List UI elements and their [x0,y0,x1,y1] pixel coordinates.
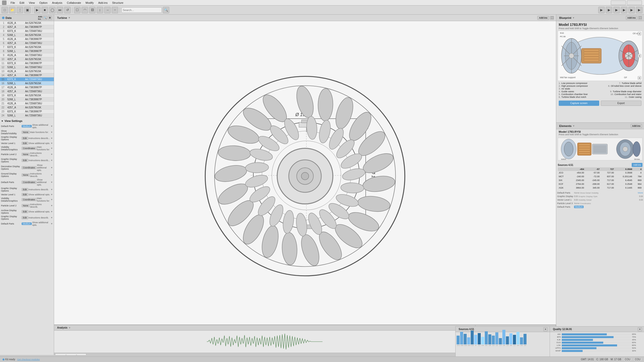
sources-bottom-addbtn[interactable]: + [543,327,548,331]
table-row[interactable]: 11 6373_K Art.73839907P [0,61,54,65]
vs-edit[interactable]: None [22,173,30,176]
tab-close-btn[interactable]: × [83,354,84,355]
turbine-add-ins[interactable]: Add-ins [537,16,549,20]
bar-fill [457,336,460,344]
vs-edit[interactable]: Edit [22,188,28,191]
toolbar-right-4[interactable]: ▶ [621,7,627,13]
table-row[interactable]: 7 6373_K Art.52679GSK [0,45,54,49]
bar-label: 1.8 [506,345,508,346]
bp-add-ins[interactable]: Add-ins [626,16,637,20]
table-row[interactable]: 20 5268_L Art.73839907P [0,98,54,102]
bp-capture-btn[interactable]: Capture screen [559,101,599,106]
cursor-btn[interactable]: ↺ [64,7,71,13]
menu-option[interactable]: Option [37,1,49,5]
window-control-min[interactable] [611,1,626,5]
table-row[interactable]: 3 6373_K Art.72568736U [0,29,54,33]
vs-edit[interactable]: None [22,131,30,134]
stop-btn[interactable]: ■ [42,7,48,13]
table-row[interactable]: 12 5268_L Art.72568736U [0,65,54,69]
search-icon-btn[interactable]: 🔍 [163,7,169,13]
bar-fill [474,335,477,344]
table-row[interactable]: 14 4257_A Art.73839907P [0,73,54,77]
table-row[interactable]: 1 4126_A Art.52679GSK [0,21,54,25]
arrow-btn[interactable]: → [104,7,111,13]
menu-edit[interactable]: Edit [18,1,26,5]
bp-export-btn[interactable]: Export [601,101,642,106]
table-row[interactable]: 10 4257_A Art.52679GSK [0,57,54,61]
tab-file[interactable]: ● test_clientcontroller.ps × [55,353,86,355]
select-btn[interactable]: ☐ [74,7,80,13]
row-col1: 4126_A [6,37,24,41]
record-btn[interactable]: ◯ [49,7,56,13]
quality-add-btn[interactable]: + [638,327,642,331]
vs-edit[interactable]: Edit [22,137,28,140]
menu-modify[interactable]: Modify [84,1,96,5]
window-control-max[interactable] [627,1,642,5]
menu-file[interactable]: File [9,1,17,5]
vs-edit[interactable]: Coordinates [22,166,36,169]
vs-edit[interactable]: Edit [22,216,28,219]
toolbar-right-5[interactable]: ▶ [628,7,635,13]
bp-zoom-bot[interactable]: + [638,76,641,80]
table-row[interactable]: 23 6373_K Art.73839907P [0,110,54,114]
vs-edit[interactable]: Coordinates [22,198,36,201]
scale-btn[interactable]: ↕ [97,7,103,13]
turbine-expand[interactable]: ⛶ [550,16,554,20]
new-btn[interactable]: □ [2,7,8,13]
table-row[interactable]: 19 6373_K Art.52679GSK [0,94,54,98]
vs-edit[interactable]: Edit [22,210,28,213]
toolbar-right-1[interactable]: ▶ [598,7,605,13]
table-row[interactable]: 4 5268_L Art.52679GSK [0,33,54,37]
table-row[interactable]: 5 4126_A Art.73839907P [0,37,54,41]
table-row[interactable]: 17 4126_A Art.73839907P [0,85,54,89]
toolbar-right-2[interactable]: ▶ [606,7,612,13]
search-panel-btn[interactable]: 🔍 [43,16,47,20]
menu-structure[interactable]: Structure [110,1,126,5]
table-row[interactable]: 2 4257_A Art.73839907P [0,25,54,29]
settings-panel-btn[interactable]: ⚙ [48,16,52,20]
sources-add-ins[interactable]: Add-ins [632,163,642,167]
view-settings-header[interactable]: ▼ View Settings [1,119,53,123]
table-row[interactable]: 24 5268_L Art.72568736U [0,114,54,118]
vs-edit[interactable]: Edit [22,142,28,145]
data-panel-header: Data Add-ins 🔍 ⚙ [0,15,54,21]
minus-btn[interactable]: − [112,7,118,13]
play-btn[interactable]: ▶ [34,7,41,13]
toolbar-search[interactable] [122,7,162,13]
table-row[interactable]: 8 5268_L Art.73839907P [0,49,54,53]
status-checkout[interactable]: Get checkout modules [17,358,40,361]
table-row[interactable]: 6 4257_A Art.72568736U [0,41,54,45]
menu-analysis[interactable]: Analysis [50,1,64,5]
transform-btn[interactable]: ◠ [82,7,88,13]
bp-zoom-in[interactable]: + [638,32,641,35]
bar-label: 1.0 [492,345,494,346]
table-row[interactable]: 18 4257_A Art.72568736U [0,89,54,94]
table-row[interactable]: 15 6373_K Art.72568736U [0,77,54,81]
rotate-btn[interactable]: ⚄ [89,7,96,13]
vs-edit[interactable]: None [22,153,30,156]
table-row[interactable]: 9 4126_A Art.72568736U [0,53,54,57]
vs-edit[interactable]: Edit [22,159,28,162]
menu-addins[interactable]: Add-ins [96,1,109,5]
table-row[interactable]: 13 4126_A Art.52679GSK [0,69,54,73]
open-btn[interactable]: 📁 [9,7,16,13]
bp-expand[interactable]: ⛶ [638,16,642,20]
step-btn[interactable]: ⏭ [57,7,63,13]
frame-btn[interactable]: ▣ [24,7,31,13]
vs-edit[interactable]: Coordinates [22,147,36,150]
toolbar-right-6[interactable]: ▶ [636,7,642,13]
menu-collaborate[interactable]: Collaborate [65,1,83,5]
table-row[interactable]: 16 5268_L Art.52679GSK [0,81,54,85]
table-row[interactable]: 21 4126_A Art.72568736U [0,102,54,106]
menu-view[interactable]: View [27,1,37,5]
table-row[interactable]: 22 4257_A Art.52679GSK [0,106,54,110]
vs-edit[interactable]: Edit [22,193,28,196]
add-ins-btn[interactable]: Add-ins [38,16,42,20]
toolbar-right-3[interactable]: ▶ [613,7,620,13]
el-add-ins[interactable]: Add-ins [631,124,642,128]
vs-edit[interactable]: Coordinates [22,181,36,184]
bp-zoom-mid[interactable]: + [638,54,641,58]
grid-btn[interactable]: ⋮ [17,7,23,13]
vs-edit[interactable]: None [22,204,30,207]
svg-rect-99 [579,151,590,152]
